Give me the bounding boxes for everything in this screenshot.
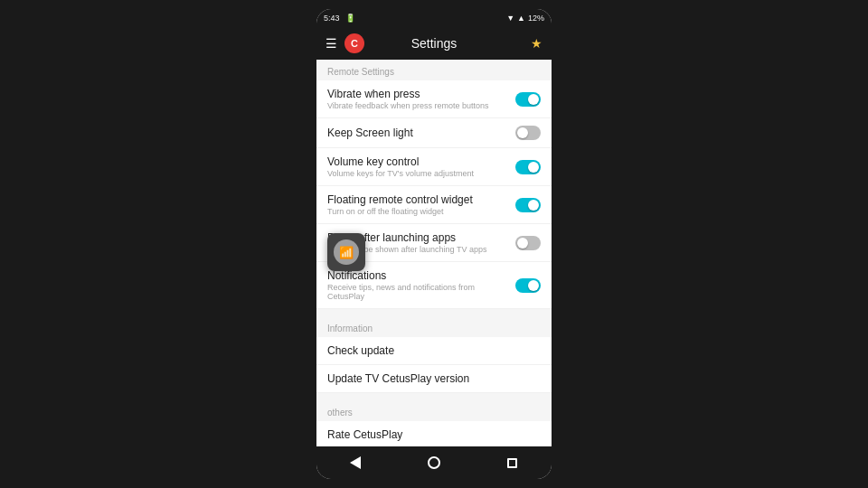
toggle-screen-light[interactable]	[515, 126, 541, 140]
section-header-remote: Remote Settings	[316, 60, 552, 80]
settings-item-text-vibrate: Vibrate when press Vibrate feedback when…	[327, 88, 515, 110]
settings-item-title-update-tv: Update TV CetusPlay version	[327, 372, 533, 385]
app-icon: C	[344, 33, 364, 53]
settings-item-floating-widget[interactable]: Floating remote control widget Turn on o…	[316, 186, 552, 224]
status-time: 5:43	[324, 14, 340, 23]
battery-percent: 12%	[528, 14, 544, 23]
settings-item-update-tv[interactable]: Update TV CetusPlay version	[316, 365, 552, 393]
app-bar: ☰ C Settings ★	[316, 27, 552, 60]
divider-information	[316, 309, 552, 316]
wifi-icon: ▼	[506, 14, 514, 23]
settings-item-subtitle-vibrate: Vibrate feedback when press remote butto…	[327, 101, 508, 110]
settings-item-subtitle-volume-key: Volume keys for TV's volume adjustment	[327, 169, 508, 178]
settings-item-text-notifications: Notifications Receive tips, news and not…	[327, 269, 515, 301]
settings-item-title-check-update: Check update	[327, 344, 533, 357]
hamburger-menu-icon[interactable]: ☰	[326, 36, 337, 51]
settings-item-text-update-tv: Update TV CetusPlay version	[327, 372, 541, 385]
status-right: ▼ ▲ 12%	[506, 14, 544, 23]
settings-item-title-vibrate: Vibrate when press	[327, 88, 508, 100]
app-bar-title: Settings	[411, 36, 458, 51]
nav-bar	[316, 446, 552, 479]
settings-item-rate[interactable]: Rate CetusPlay	[316, 421, 552, 446]
toggle-vibrate[interactable]	[515, 92, 541, 107]
settings-item-text-floating-widget: Floating remote control widget Turn on o…	[327, 193, 515, 216]
toggle-floating-widget[interactable]	[515, 198, 541, 212]
settings-item-title-screen-light: Keep Screen light	[327, 127, 508, 139]
status-left: 5:43 🔋	[324, 14, 355, 23]
settings-item-check-update[interactable]: Check update	[316, 337, 552, 365]
settings-item-text-check-update: Check update	[327, 344, 541, 357]
settings-item-text-volume-key: Volume key control Volume keys for TV's …	[327, 155, 515, 178]
phone-frame: 5:43 🔋 ▼ ▲ 12% ☰ C Settings ★ Remote Set…	[316, 9, 552, 479]
recents-square-icon	[507, 458, 517, 468]
settings-item-title-floating-widget: Floating remote control widget	[327, 193, 508, 206]
floating-popup[interactable]: 📶	[327, 233, 365, 271]
settings-item-title-volume-key: Volume key control	[327, 155, 508, 168]
home-button[interactable]	[420, 449, 448, 476]
home-circle-icon	[428, 456, 440, 469]
divider-others	[316, 393, 552, 400]
app-icon-label: C	[351, 38, 358, 49]
toggle-volume-key[interactable]	[515, 160, 541, 174]
section-header-information: Information	[316, 316, 552, 337]
star-icon[interactable]: ★	[531, 36, 542, 51]
settings-item-subtitle-notifications: Receive tips, news and notifications fro…	[327, 283, 508, 301]
settings-item-title-rate: Rate CetusPlay	[327, 428, 533, 441]
battery-icon: 🔋	[345, 14, 355, 23]
settings-item-text-screen-light: Keep Screen light	[327, 127, 515, 139]
wifi-popup-icon: 📶	[339, 246, 354, 259]
recents-button[interactable]	[499, 449, 526, 476]
settings-item-screen-light[interactable]: Keep Screen light	[316, 118, 552, 148]
settings-item-text-rate: Rate CetusPlay	[327, 428, 541, 441]
settings-item-vibrate[interactable]: Vibrate when press Vibrate feedback when…	[316, 80, 552, 118]
status-bar: 5:43 🔋 ▼ ▲ 12%	[316, 9, 552, 27]
settings-item-subtitle-floating-widget: Turn on or off the floating widget	[327, 207, 508, 216]
signal-icon: ▲	[517, 14, 525, 23]
back-triangle-icon	[350, 456, 361, 469]
back-button[interactable]	[342, 449, 369, 476]
wifi-icon-circle: 📶	[334, 239, 359, 265]
settings-item-title-notifications: Notifications	[327, 269, 508, 282]
section-header-others: others	[316, 400, 552, 421]
toggle-panel-after-launch[interactable]	[515, 236, 541, 250]
settings-item-volume-key[interactable]: Volume key control Volume keys for TV's …	[316, 148, 552, 186]
toggle-notifications[interactable]	[515, 278, 541, 293]
